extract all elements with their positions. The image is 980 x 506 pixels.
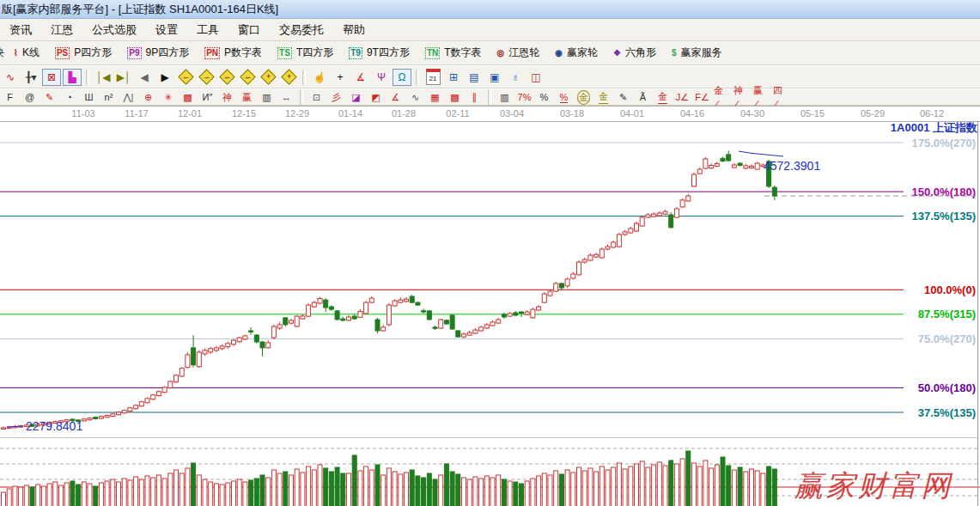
circle-target-icon[interactable]: ⊕ (139, 90, 157, 105)
ying-ruler-icon[interactable]: 赢 (238, 90, 256, 105)
quote-list-icon[interactable]: ▥ (496, 90, 514, 105)
box-tool-icon[interactable]: ⊡ (307, 90, 326, 105)
scroll-right-icon: → (198, 69, 214, 84)
menu-item-0[interactable]: 资讯 (0, 20, 41, 40)
gold-angle-icon[interactable]: 金∠ (713, 90, 731, 105)
span-ruler-icon[interactable]: ↔ (277, 90, 295, 105)
report-icon[interactable]: ▤ (465, 69, 484, 86)
compress-view-icon[interactable]: + (259, 69, 277, 86)
kline-style-icon[interactable]: ╂▾ (21, 69, 40, 86)
volume-profile-icon[interactable]: ▙ (63, 69, 82, 86)
remote-icon[interactable]: ◫ (527, 69, 545, 86)
calculator-icon[interactable]: ⊞ (444, 69, 463, 86)
gann-box-icon[interactable]: ⊠ (42, 69, 61, 86)
menu-item-3[interactable]: 设置 (146, 20, 187, 40)
volume-bar (542, 473, 546, 506)
wave-lines-icon[interactable]: ∿ (406, 90, 424, 105)
brush-icon[interactable]: ✎ (40, 90, 58, 105)
si-angle-icon[interactable]: 四∠ (772, 90, 790, 105)
t-square-button[interactable]: TST四方形 (277, 46, 333, 60)
expand-view-icon[interactable]: + (279, 69, 298, 86)
winner-wheel-button[interactable]: ◉赢家轮 (555, 46, 598, 60)
fib-ruler-icon[interactable]: F (1, 90, 19, 105)
menu-item-1[interactable]: 江恩 (41, 20, 82, 40)
network-icon[interactable]: ♁ (506, 69, 525, 86)
shen-ruler-icon: 神 (222, 91, 232, 104)
kline-chart[interactable]: 175.0%(270)150.0%(180)137.5%(135)100.0%(… (0, 120, 980, 506)
9p-square-button[interactable]: P99P四方形 (127, 46, 189, 60)
menu-item-2[interactable]: 公式选股 (82, 20, 146, 40)
percent7-icon[interactable]: 7% (515, 90, 533, 105)
fan-lines-icon: 彡 (332, 91, 341, 104)
tick-ruler-icon[interactable]: Ш (80, 90, 98, 105)
candle-body (709, 166, 714, 168)
fan-lines-icon[interactable]: 彡 (327, 90, 345, 105)
mini-chart-icon[interactable]: ∿ (1, 69, 20, 86)
t-number-button[interactable]: TNT数字表 (425, 46, 482, 60)
date-tick-label: 04-30 (740, 108, 764, 119)
zoom-in-horizontal-icon[interactable]: ↔ (238, 69, 257, 86)
menu-item-6[interactable]: 交易委托 (270, 20, 333, 40)
menu-item-4[interactable]: 工具 (187, 20, 228, 40)
angle-tool-icon[interactable]: ∡ (351, 69, 370, 86)
percent-line-icon[interactable]: % (555, 90, 573, 105)
ying-angle-icon[interactable]: 赢∠ (752, 90, 770, 105)
first-page-icon[interactable]: │◀ (94, 69, 113, 86)
pen-icon[interactable]: ✎ (614, 90, 632, 105)
date-tick-label: 12-01 (178, 108, 202, 119)
9t-square-button[interactable]: T99T四方形 (349, 46, 410, 60)
hexagon-button[interactable]: ❖六角形 (613, 46, 656, 60)
scroll-left-icon[interactable]: ← (176, 69, 195, 86)
fan-box2-icon[interactable]: ◩ (367, 90, 385, 105)
gann-tool-icon[interactable]: Ψ (372, 69, 391, 86)
gold-red-icon[interactable]: 金 (654, 90, 672, 105)
module-fragment[interactable]: 块 (0, 46, 4, 60)
star-target-icon[interactable]: ✳ (159, 90, 177, 105)
save-icon[interactable]: ▣ (485, 69, 504, 86)
volume-bar (151, 478, 155, 506)
pan-hand-icon[interactable]: ☝ (310, 69, 329, 86)
volume-bar (772, 469, 776, 506)
shen-angle-icon[interactable]: 神∠ (733, 90, 751, 105)
candle-body (393, 301, 397, 306)
grid-target-icon[interactable]: ▩ (179, 90, 197, 105)
number-ruler-icon[interactable]: ▥ (258, 90, 276, 105)
p-square-button[interactable]: PSP四方形 (55, 46, 112, 60)
shen-ruler-icon[interactable]: 神 (218, 90, 236, 105)
crosshair-icon[interactable]: + (331, 69, 350, 86)
gann-grid-icon[interactable]: ▦ (426, 90, 444, 105)
angle-lines-icon[interactable]: ∡ (387, 90, 405, 105)
percent-icon[interactable]: % (535, 90, 553, 105)
gold-circle-icon[interactable]: 金 (575, 90, 593, 105)
prev-page-icon[interactable]: ◀ (135, 69, 154, 86)
gold-line-icon[interactable]: 金 (594, 90, 612, 105)
mirror-icon[interactable]: ⋀| (119, 90, 137, 105)
wave-mark-icon[interactable]: И″ (198, 90, 216, 105)
menu-item-7[interactable]: 帮助 (333, 20, 374, 40)
scroll-right-icon[interactable]: → (197, 69, 216, 86)
volume-bar (266, 478, 271, 506)
next-page-icon[interactable]: ▶ (155, 69, 174, 86)
j-angle-icon[interactable]: J∠ (673, 90, 691, 105)
f-angle-icon[interactable]: F∠ (693, 90, 711, 105)
volume-bar (433, 479, 437, 506)
window-titlebar[interactable]: 版[赢家内部服务平台] - [上证指数 SH1A0001-164日K线] (0, 0, 980, 19)
winner-service-button[interactable]: $赢家服务 (672, 46, 722, 60)
calendar-icon[interactable]: 21 (423, 69, 442, 86)
cycle-gauge-icon[interactable]: ◔ (60, 90, 78, 105)
menu-item-5[interactable]: 窗口 (228, 20, 270, 40)
n-square-icon[interactable]: n² (100, 90, 118, 105)
zoom-out-horizontal-icon[interactable]: ↔ (217, 69, 236, 86)
fan-box-icon[interactable]: ◪ (347, 90, 365, 105)
wave-a-icon[interactable]: Ã (634, 90, 652, 105)
wave-tool-icon[interactable]: Ω (393, 69, 411, 86)
last-page-icon[interactable]: ▶│ (114, 69, 133, 86)
p-number-button[interactable]: PNP数字表 (204, 46, 262, 60)
kline-button[interactable]: ⌇K线 (14, 46, 40, 60)
gann-wheel-button[interactable]: ◎江恩轮 (497, 46, 540, 60)
gann-grid2-icon[interactable]: ▩ (446, 90, 464, 105)
parallel-lines-icon[interactable]: ∥ (466, 90, 484, 105)
volume-bar (623, 469, 627, 506)
spiral-icon[interactable]: @ (21, 90, 39, 105)
volume-bar (393, 472, 397, 506)
